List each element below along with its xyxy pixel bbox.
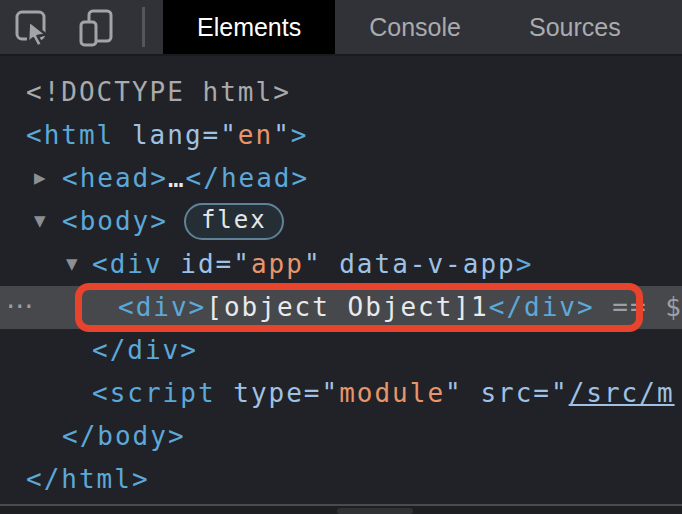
dom-tree-row[interactable]: ▼<body>flex	[0, 200, 682, 243]
code-token-attr: id="	[180, 249, 251, 279]
code-token-link[interactable]: /src/m	[569, 378, 675, 408]
tab-console[interactable]: Console	[335, 0, 495, 54]
dom-tree-row[interactable]: </html>	[0, 458, 682, 501]
code-token-tag: </head>	[186, 163, 310, 193]
dom-tree-panel: <!DOCTYPE html><html lang="en">▶<head>…<…	[0, 58, 682, 504]
dom-tree-row[interactable]: </div>	[0, 329, 682, 372]
tab-elements[interactable]: Elements	[163, 0, 335, 54]
inspect-element-button[interactable]	[12, 7, 52, 47]
device-toolbar-icon	[76, 7, 116, 47]
code-token-text: [object Object]1	[206, 292, 488, 322]
code-token-tag: <script	[92, 378, 233, 408]
code-token-marker: == $0	[595, 292, 682, 322]
code-token-attr: lang="	[132, 120, 238, 150]
dom-tree-row[interactable]: <!DOCTYPE html>	[0, 71, 682, 114]
dom-tree-row[interactable]: </body>	[0, 415, 682, 458]
inspect-cursor-icon	[12, 7, 52, 47]
devtools-toolbar: Elements Console Sources	[0, 0, 682, 56]
code-token-tag	[322, 249, 340, 279]
code-token-text: …	[168, 163, 186, 193]
code-token-tag: <html	[26, 120, 132, 150]
code-token-tag: <head>	[62, 163, 168, 193]
overflow-menu-icon[interactable]: ⋯	[6, 286, 34, 326]
code-token-value: app	[251, 249, 304, 279]
horizontal-scrollbar[interactable]	[0, 504, 682, 514]
disclosure-triangle-icon[interactable]: ▶	[34, 157, 46, 200]
code-token-attr: type="	[233, 378, 339, 408]
code-token-attr: data-v-app	[339, 249, 516, 279]
horizontal-scrollbar-thumb[interactable]	[337, 508, 413, 514]
dom-tree-row[interactable]: <script type="module" src="/src/m	[0, 372, 682, 415]
code-token-attr: "	[304, 249, 322, 279]
code-token-tag: </div>	[92, 335, 198, 365]
toolbar-divider	[142, 7, 145, 47]
code-token-tag: <div>	[118, 292, 206, 322]
code-token-tag: <body>	[62, 206, 168, 236]
code-token-tag: </html>	[26, 464, 150, 494]
tab-sources[interactable]: Sources	[495, 0, 655, 54]
toggle-device-toolbar-button[interactable]	[76, 7, 116, 47]
code-token-value: module	[339, 378, 445, 408]
code-token-attr: " src="	[445, 378, 569, 408]
code-token-tag: <div	[92, 249, 180, 279]
code-token-tag: >	[516, 249, 534, 279]
flex-badge[interactable]: flex	[184, 203, 284, 240]
dom-tree-row[interactable]: ▼<div id="app" data-v-app>	[0, 243, 682, 286]
disclosure-triangle-icon[interactable]: ▼	[34, 200, 46, 243]
disclosure-triangle-icon[interactable]: ▼	[66, 243, 78, 286]
code-token-doctype: <!DOCTYPE html>	[26, 77, 291, 107]
code-token-tag: </body>	[62, 421, 186, 451]
code-token-value: en	[238, 120, 273, 150]
dom-tree-row-selected[interactable]: ⋯<div>[object Object]1</div> == $0	[0, 286, 682, 329]
code-token-attr: "	[273, 120, 291, 150]
code-token-tag: </div>	[489, 292, 595, 322]
dom-tree-row[interactable]: ▶<head>…</head>	[0, 157, 682, 200]
code-token-tag: >	[291, 120, 309, 150]
dom-tree-row[interactable]: <html lang="en">	[0, 114, 682, 157]
